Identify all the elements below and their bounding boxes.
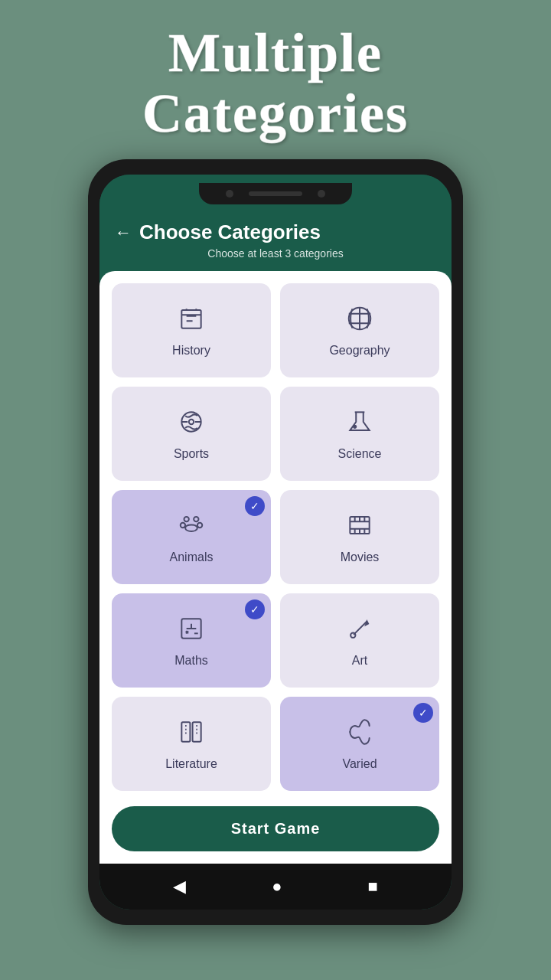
category-literature[interactable]: Literature [112,697,271,791]
page-bg-title: Multiple Categories [142,23,409,144]
art-label: Art [352,654,367,668]
svg-point-4 [354,426,356,428]
category-animals[interactable]: ✓ Animals [112,490,271,584]
geography-icon [345,304,374,338]
content-area: History Geography [99,271,452,864]
category-maths[interactable]: ✓ Maths [112,593,271,688]
svg-point-7 [181,523,185,528]
svg-rect-0 [181,310,201,328]
svg-point-12 [350,632,355,637]
maths-check: ✓ [245,599,265,619]
animals-label: Animals [170,550,214,564]
nav-home-icon[interactable]: ● [272,877,282,897]
svg-point-3 [189,420,194,424]
science-icon [345,407,374,441]
category-science[interactable]: Science [280,387,439,481]
header-title: Choose Categories [139,220,321,244]
header-subtitle: Choose at least 3 categories [207,247,343,260]
history-label: History [172,344,210,358]
notch-camera [226,190,233,198]
phone-inner: ← Choose Categories Choose at least 3 ca… [99,175,452,910]
bottom-nav: ◀ ● ■ [99,864,452,910]
phone-frame: ← Choose Categories Choose at least 3 ca… [88,159,463,925]
category-history[interactable]: History [112,283,271,377]
category-movies[interactable]: Movies [280,490,439,584]
varied-check: ✓ [413,703,433,723]
history-icon [177,304,206,338]
literature-icon [177,717,206,751]
categories-grid: History Geography [112,283,439,791]
notch-speaker [249,191,302,196]
category-sports[interactable]: Sports [112,387,271,481]
movies-label: Movies [341,550,380,564]
maths-icon [177,614,206,648]
notch-area [99,175,452,213]
art-icon [345,614,374,648]
category-varied[interactable]: ✓ Varied [280,697,439,791]
svg-point-6 [194,517,198,521]
sports-icon [177,407,206,441]
science-label: Science [338,447,382,461]
start-game-button[interactable]: Start Game [112,806,439,851]
notch [199,183,352,204]
varied-label: Varied [342,757,377,771]
nav-recent-icon[interactable]: ■ [368,877,378,897]
svg-line-11 [354,621,367,634]
category-art[interactable]: Art [280,593,439,688]
notch-camera2 [318,190,325,198]
sports-label: Sports [174,447,209,461]
svg-point-5 [184,517,189,521]
category-geography[interactable]: Geography [280,283,439,377]
geography-label: Geography [329,344,390,358]
app-header: ← Choose Categories Choose at least 3 ca… [99,213,452,271]
nav-back-icon[interactable]: ◀ [173,877,186,897]
literature-label: Literature [165,757,217,771]
animals-check: ✓ [245,496,265,516]
back-button[interactable]: ← [115,223,132,243]
varied-icon [345,717,374,751]
movies-icon [345,511,374,544]
maths-label: Maths [174,654,208,668]
svg-point-8 [197,523,202,528]
animals-icon [177,511,206,544]
